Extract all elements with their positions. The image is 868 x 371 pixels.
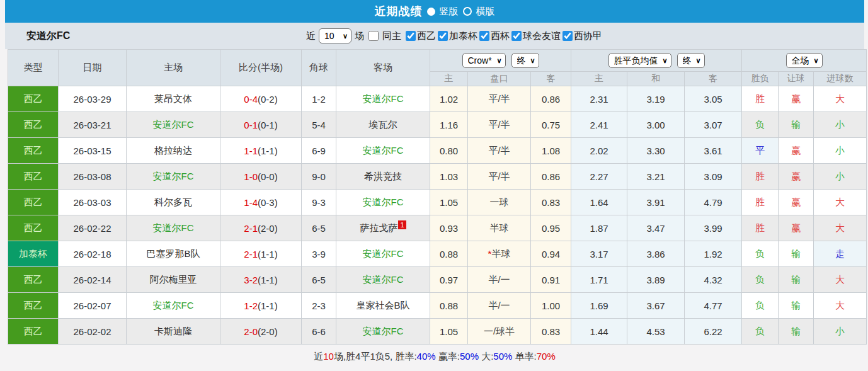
results-tbody: 西乙26-03-29莱昂文体0-4(0-2)1-2安道尔FC1.02平/半0.8… <box>8 86 867 345</box>
avg-home-cell: 1.69 <box>571 293 627 319</box>
result-handicap-cell: 赢 <box>779 138 814 164</box>
vertical-layout-radio[interactable] <box>427 8 435 16</box>
result-goals-cell: 大 <box>814 215 867 241</box>
away-odds-cell: 0.91 <box>531 267 571 293</box>
col-header-type: 类型 <box>8 50 59 86</box>
vertical-layout-label[interactable]: 竖版 <box>440 6 459 18</box>
avg-home-cell: 2.31 <box>571 86 627 112</box>
result-goals-cell: 小 <box>814 112 867 138</box>
games-label: 场 <box>355 30 364 42</box>
odds-time-select[interactable]: 终 <box>511 53 539 68</box>
avg-home-cell: 2.02 <box>571 138 627 164</box>
league-checkbox-球会友谊[interactable] <box>511 31 522 41</box>
table-row: 西乙26-02-22安道尔FC2-1(2-0)6-5萨拉戈萨10.93半球0.9… <box>8 215 867 241</box>
col-header-corner: 角球 <box>302 50 336 86</box>
home-team-cell: 阿尔梅里亚 <box>127 267 220 293</box>
avg-type-select[interactable]: 胜平负均值 <box>608 53 671 68</box>
league-checkbox-西协甲[interactable] <box>562 31 573 41</box>
result-wdl-cell: 负 <box>742 112 779 138</box>
result-goals-cell: 大 <box>814 293 867 319</box>
corner-cell: 5-4 <box>302 112 336 138</box>
avg-home-cell: 1.64 <box>571 190 627 215</box>
avg-away-cell: 1.92 <box>685 241 742 267</box>
result-handicap-cell: 输 <box>779 267 814 293</box>
result-wdl-cell: 胜 <box>742 164 779 190</box>
results-table: 类型 日期 主场 比分(半场) 角球 客场 Crow* ∨ <box>8 49 867 345</box>
scope-select-wrap: 全场 ∨ <box>786 53 823 68</box>
score-cell: 1-1(1-1) <box>220 138 302 164</box>
avg-draw-cell: 3.00 <box>627 112 685 138</box>
horizontal-layout-radio[interactable] <box>463 7 472 16</box>
league-checkbox-西乙[interactable] <box>406 31 416 41</box>
corner-cell: 9-0 <box>302 164 336 190</box>
match-scope-select[interactable]: 全场 <box>786 53 823 68</box>
league-label: 西乙 <box>417 30 436 42</box>
league-label: 西协甲 <box>574 30 602 42</box>
avg-home-cell: 1.44 <box>571 319 627 345</box>
rounds-select[interactable]: 10 <box>319 28 351 43</box>
result-wdl-cell: 负 <box>742 293 779 319</box>
table-row: 西乙26-03-29莱昂文体0-4(0-2)1-2安道尔FC1.02平/半0.8… <box>8 86 867 112</box>
sub-header-wdl: 胜负 <box>742 72 779 86</box>
summary-segment: 大: <box>479 351 493 362</box>
home-team-cell: 莱昂文体 <box>127 86 220 112</box>
avg-draw-cell: 3.86 <box>627 241 685 267</box>
date-cell: 26-02-02 <box>59 319 127 345</box>
result-handicap-cell: 输 <box>779 112 814 138</box>
avg-draw-cell: 3.30 <box>627 138 685 164</box>
summary-segment: 赢率: <box>436 351 460 362</box>
result-goals-cell: 大 <box>814 267 867 293</box>
date-cell: 26-03-08 <box>59 164 127 190</box>
avg-away-cell: 4.77 <box>685 293 742 319</box>
filter-bar: 安道尔FC 近 10 ∨ 场 同主 西乙加泰杯西杯球会友谊西协甲 <box>5 23 864 49</box>
avg-draw-cell: 3.19 <box>627 86 685 112</box>
avg-away-cell: 6.22 <box>685 319 742 345</box>
corner-cell: 6-9 <box>302 138 336 164</box>
star-marker: * <box>488 248 492 259</box>
summary-segment: 场,胜4平1负5, 胜率: <box>334 351 417 362</box>
avg-time-select[interactable]: 终 <box>677 53 705 68</box>
avg-home-cell: 2.27 <box>571 164 627 190</box>
sub-header-goals: 进球数 <box>814 72 867 86</box>
away-team-cell: 安道尔FC <box>336 241 430 267</box>
league-checkbox-加泰杯[interactable] <box>438 31 448 41</box>
avg-draw-cell: 3.21 <box>627 164 685 190</box>
avg-draw-cell: 3.91 <box>627 190 685 215</box>
handicap-cell: 半/一 <box>468 293 531 319</box>
result-handicap-cell: 赢 <box>779 215 814 241</box>
rounds-select-wrap: 10 ∨ <box>319 28 351 43</box>
horizontal-layout-label[interactable]: 横版 <box>476 6 495 18</box>
league-badge-cell: 西乙 <box>8 164 59 190</box>
col-header-date: 日期 <box>59 50 127 86</box>
same-home-checkbox[interactable] <box>368 31 379 41</box>
result-wdl-cell: 胜 <box>742 86 779 112</box>
result-handicap-cell: 输 <box>779 293 814 319</box>
away-odds-cell: 0.86 <box>531 86 571 112</box>
home-odds-cell: 0.80 <box>430 138 468 164</box>
recent-results-widget: 近期战绩 竖版 横版 安道尔FC 近 10 ∨ 场 同主 西乙加泰杯西杯球会友谊… <box>5 0 864 363</box>
team-name: 安道尔FC <box>26 23 70 49</box>
result-handicap-cell: 输 <box>779 241 814 267</box>
corner-cell: 6-5 <box>302 267 336 293</box>
summary-segment: 单率: <box>512 351 536 362</box>
result-goals-cell: 走 <box>814 241 867 267</box>
home-odds-cell: 0.88 <box>430 241 468 267</box>
result-wdl-cell: 负 <box>742 319 779 345</box>
league-filter-item: 西协甲 <box>561 30 602 42</box>
away-odds-cell: 0.83 <box>531 190 571 215</box>
odds-company-select[interactable]: Crow* <box>462 53 506 68</box>
away-odds-cell: 1.00 <box>531 293 571 319</box>
handicap-cell: 平/半 <box>468 112 531 138</box>
league-checkbox-西杯[interactable] <box>479 31 489 41</box>
summary-segment: 50% <box>460 351 479 362</box>
handicap-cell: 半/一 <box>468 267 531 293</box>
home-odds-cell: 0.88 <box>430 293 468 319</box>
result-goals-cell: 大 <box>814 86 867 112</box>
league-filters: 西乙加泰杯西杯球会友谊西协甲 <box>404 30 602 42</box>
table-row: 西乙26-03-21安道尔FC0-1(0-1)5-4埃瓦尔1.16平/半0.75… <box>8 112 867 138</box>
home-team-cell: 巴塞罗那B队 <box>127 241 220 267</box>
league-badge-cell: 西乙 <box>8 190 59 215</box>
avg-home-cell: 2.41 <box>571 112 627 138</box>
score-cell: 2-0(2-0) <box>220 319 302 345</box>
result-wdl-cell: 负 <box>742 241 779 267</box>
